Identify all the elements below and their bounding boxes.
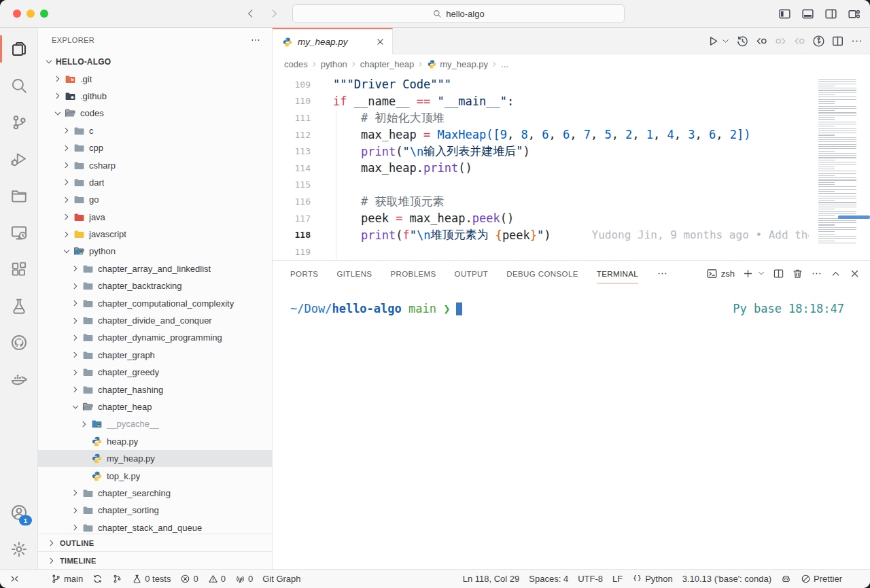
tree-item-chapter_divide_and_conquer[interactable]: chapter_divide_and_conquer <box>38 312 272 329</box>
code-line-112[interactable]: 112 max_heap = MaxHeap([9, 8, 6, 6, 7, 5… <box>273 126 809 143</box>
activity-project-folder-button[interactable] <box>0 179 37 213</box>
activity-github-button[interactable] <box>0 326 37 360</box>
tree-item-chapter_hashing[interactable]: chapter_hashing <box>38 381 272 398</box>
tree-item-python[interactable]: python <box>38 243 272 260</box>
navigate-forward-icon[interactable] <box>268 7 280 20</box>
code-line-113[interactable]: 113 print("\n输入列表并建堆后") <box>273 143 809 160</box>
breadcrumb-item[interactable]: codes <box>284 59 308 69</box>
status-git-graph[interactable] <box>112 574 122 584</box>
tree-item-github[interactable]: .github <box>38 88 272 105</box>
code-line-110[interactable]: 110if __name__ == "__main__": <box>273 93 809 110</box>
code-editor[interactable]: 109"""Driver Code"""110if __name__ == "_… <box>273 73 870 260</box>
tree-item-chapter_backtracking[interactable]: chapter_backtracking <box>38 277 272 294</box>
tree-item-chapter_array_and_linkedlist[interactable]: chapter_array_and_linkedlist <box>38 260 272 277</box>
tree-item-javascript[interactable]: javascript <box>38 226 272 243</box>
tree-item-chapter_dynamic_programming[interactable]: chapter_dynamic_programming <box>38 329 272 346</box>
close-icon[interactable] <box>849 268 860 279</box>
section-timeline[interactable]: TIMELINE <box>38 551 272 569</box>
status-braces[interactable]: Python <box>632 574 672 584</box>
activity-settings-button[interactable] <box>0 532 37 566</box>
chevron-down-icon[interactable] <box>721 37 730 46</box>
chevron-up-icon[interactable] <box>830 268 841 279</box>
command-center-search[interactable]: hello-algo <box>292 4 625 23</box>
layout-sidebar-right-icon[interactable] <box>824 7 837 20</box>
tab-my-heap[interactable]: my_heap.py <box>273 28 393 54</box>
status-prettier[interactable]: Prettier <box>801 574 842 584</box>
layout-sidebar-left-icon[interactable] <box>778 7 791 20</box>
panel-tab-ports[interactable]: PORTS <box>290 264 318 283</box>
ellipsis-icon[interactable] <box>850 35 863 48</box>
tree-item-java[interactable]: java <box>38 209 272 226</box>
panel-tab-terminal[interactable]: TERMINAL <box>597 264 638 283</box>
activity-search-button[interactable] <box>0 69 37 103</box>
minimize-window-button[interactable] <box>27 10 35 18</box>
code-line-109[interactable]: 109"""Driver Code""" <box>273 76 809 93</box>
activity-extensions-button[interactable] <box>0 252 37 286</box>
code-line-114[interactable]: 114 max_heap.print() <box>273 160 809 177</box>
tree-item-c[interactable]: c <box>38 122 272 139</box>
tree-item-dart[interactable]: dart <box>38 174 272 191</box>
add-icon[interactable] <box>742 268 754 279</box>
panel-tab-gitlens[interactable]: GITLENS <box>336 264 372 283</box>
tree-item-chapter_sorting[interactable]: chapter_sorting <box>38 502 272 519</box>
tree-item-__pycache__[interactable]: __pycache__ <box>38 415 272 432</box>
status-bell[interactable] <box>852 574 862 584</box>
status-ln-118-col-29[interactable]: Ln 118, Col 29 <box>463 574 520 584</box>
code-line-116[interactable]: 116 # 获取堆顶元素 <box>273 193 809 210</box>
activity-testing-button[interactable] <box>0 289 37 323</box>
status-copilot[interactable] <box>781 574 791 584</box>
activity-source-control-button[interactable] <box>0 105 37 139</box>
section-outline[interactable]: OUTLINE <box>38 534 272 551</box>
shell-selector[interactable]: zsh <box>706 268 735 279</box>
tree-item-git[interactable]: .git <box>38 70 272 87</box>
status-branch[interactable]: main <box>51 574 83 584</box>
tree-item-codes[interactable]: codes <box>38 105 272 122</box>
tree-item-chapter_searching[interactable]: chapter_searching <box>38 485 272 502</box>
tree-item-chapter_heap[interactable]: chapter_heap <box>38 398 272 415</box>
status-spaces-4[interactable]: Spaces: 4 <box>529 574 568 584</box>
activity-account-button[interactable]: 1 <box>0 496 37 530</box>
activity-remote-explorer-button[interactable] <box>0 215 37 249</box>
breadcrumb-item[interactable]: python <box>321 59 347 69</box>
trash-icon[interactable] <box>792 268 803 279</box>
panel-tab-output[interactable]: OUTPUT <box>455 264 489 283</box>
breadcrumb-item[interactable]: my_heap.py <box>427 59 488 69</box>
activity-docker-button[interactable] <box>0 362 37 396</box>
zoom-window-button[interactable] <box>40 10 48 18</box>
panel-tab-debug-console[interactable]: DEBUG CONSOLE <box>506 264 578 283</box>
activity-run-debug-button[interactable] <box>0 142 37 176</box>
chevron-down-icon[interactable] <box>757 269 765 277</box>
layout-panel-icon[interactable] <box>801 7 814 20</box>
ellipsis-icon[interactable] <box>811 268 822 279</box>
code-line-119[interactable]: 119 <box>273 243 809 260</box>
status-lf[interactable]: LF <box>612 574 623 584</box>
close-window-button[interactable] <box>13 10 21 18</box>
status-remote[interactable] <box>10 574 20 584</box>
code-line-117[interactable]: 117 peek = max_heap.peek() <box>273 210 809 227</box>
explorer-actions-icon[interactable] <box>250 35 261 46</box>
breadcrumb-item[interactable]: chapter_heap <box>360 59 415 69</box>
status-git-graph[interactable]: Git Graph <box>262 574 300 584</box>
status-error[interactable]: 0 <box>180 574 198 584</box>
tree-item-go[interactable]: go <box>38 191 272 208</box>
status-3-10-13-base-conda-[interactable]: 3.10.13 ('base': conda) <box>682 574 771 584</box>
history-icon[interactable] <box>736 35 749 48</box>
minimap[interactable] <box>810 73 870 260</box>
activity-explorer-button[interactable] <box>0 32 37 66</box>
status-utf-8[interactable]: UTF-8 <box>578 574 603 584</box>
split-editor-icon[interactable] <box>831 35 844 48</box>
status-sync[interactable] <box>92 574 103 584</box>
tree-item-cpp[interactable]: cpp <box>38 139 272 156</box>
code-line-111[interactable]: 111 # 初始化大顶堆 <box>273 109 809 126</box>
open-changes-icon[interactable] <box>755 35 768 48</box>
gitlens-graph-icon[interactable] <box>812 35 825 48</box>
panel-more-tabs-icon[interactable] <box>657 268 668 279</box>
panel-tab-problems[interactable]: PROBLEMS <box>390 264 436 283</box>
layout-customize-icon[interactable] <box>848 7 860 20</box>
tree-item-my_heappy[interactable]: my_heap.py <box>38 450 272 467</box>
status-warning[interactable]: 0 <box>208 574 226 584</box>
tree-item-heappy[interactable]: heap.py <box>38 433 272 450</box>
tree-item-csharp[interactable]: csharp <box>38 156 272 173</box>
run-icon[interactable] <box>706 35 719 48</box>
tree-item-HELLO-ALGO[interactable]: HELLO-ALGO <box>38 53 272 70</box>
